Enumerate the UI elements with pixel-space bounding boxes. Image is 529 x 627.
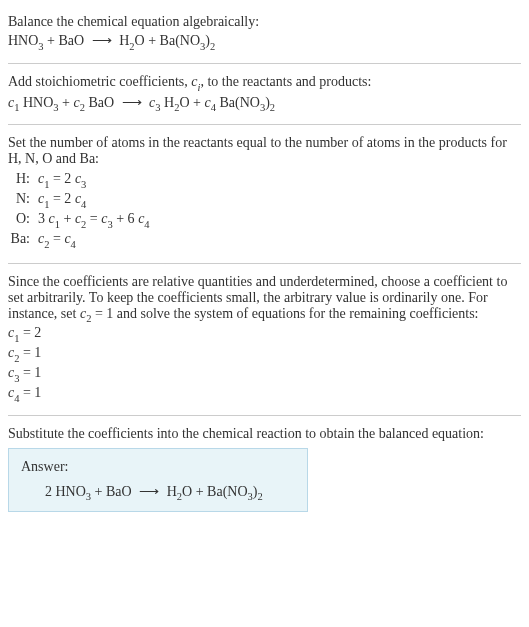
atom-row-n: N: c1 = 2 c4 bbox=[8, 191, 521, 209]
reactant-2: BaO bbox=[106, 484, 132, 499]
atom-eq: c1 = 2 c3 bbox=[38, 171, 86, 189]
arrow-icon: ⟶ bbox=[135, 484, 163, 499]
atom-equations: H: c1 = 2 c3 N: c1 = 2 c4 O: 3 c1 + c2 =… bbox=[8, 171, 521, 248]
balanced-equation: 2 HNO3 + BaO ⟶ H2O + Ba(NO3)2 bbox=[21, 483, 295, 502]
product-2: Ba(NO3)2 bbox=[160, 33, 216, 48]
atom-eq: c1 = 2 c4 bbox=[38, 191, 86, 209]
atom-row-o: O: 3 c1 + c2 = c3 + 6 c4 bbox=[8, 211, 521, 229]
unbalanced-equation: HNO3 + BaO ⟶ H2O + Ba(NO3)2 bbox=[8, 32, 521, 51]
atoms-section: Set the number of atoms in the reactants… bbox=[8, 129, 521, 258]
atom-row-ba: Ba: c2 = c4 bbox=[8, 231, 521, 249]
atom-label: N: bbox=[8, 191, 38, 209]
divider bbox=[8, 415, 521, 416]
atom-eq: 3 c1 + c2 = c3 + 6 c4 bbox=[38, 211, 150, 229]
coef-line: c3 = 1 bbox=[8, 365, 521, 383]
reactant-1: HNO3 bbox=[56, 484, 92, 499]
stoich-intro: Add stoichiometric coefficients, ci, to … bbox=[8, 74, 521, 92]
answer-label: Answer: bbox=[21, 459, 295, 475]
arrow-icon: ⟶ bbox=[118, 95, 146, 110]
stoich-section: Add stoichiometric coefficients, ci, to … bbox=[8, 68, 521, 121]
coef-line: c2 = 1 bbox=[8, 345, 521, 363]
term-hno3: HNO3 bbox=[23, 95, 59, 110]
product-2: Ba(NO3)2 bbox=[207, 484, 263, 499]
atom-label: O: bbox=[8, 211, 38, 229]
final-section: Substitute the coefficients into the che… bbox=[8, 420, 521, 519]
divider bbox=[8, 63, 521, 64]
final-intro: Substitute the coefficients into the che… bbox=[8, 426, 521, 442]
divider bbox=[8, 263, 521, 264]
coef-line: c1 = 2 bbox=[8, 325, 521, 343]
atom-label: Ba: bbox=[8, 231, 38, 249]
stoich-equation: c1 HNO3 + c2 BaO ⟶ c3 H2O + c4 Ba(NO3)2 bbox=[8, 94, 521, 113]
coef-line: c4 = 1 bbox=[8, 385, 521, 403]
reactant-2: BaO bbox=[59, 33, 85, 48]
divider bbox=[8, 124, 521, 125]
answer-box: Answer: 2 HNO3 + BaO ⟶ H2O + Ba(NO3)2 bbox=[8, 448, 308, 513]
product-1: H2O bbox=[167, 484, 193, 499]
reactant-1: HNO3 bbox=[8, 33, 44, 48]
solve-intro: Since the coefficients are relative quan… bbox=[8, 274, 521, 324]
atom-eq: c2 = c4 bbox=[38, 231, 76, 249]
atom-label: H: bbox=[8, 171, 38, 189]
atom-row-h: H: c1 = 2 c3 bbox=[8, 171, 521, 189]
term-h2o: H2O bbox=[164, 95, 190, 110]
term-bano32: Ba(NO3)2 bbox=[219, 95, 275, 110]
atoms-intro: Set the number of atoms in the reactants… bbox=[8, 135, 521, 167]
term-bao: BaO bbox=[88, 95, 114, 110]
intro-section: Balance the chemical equation algebraica… bbox=[8, 8, 521, 59]
intro-text: Balance the chemical equation algebraica… bbox=[8, 14, 521, 30]
arrow-icon: ⟶ bbox=[88, 33, 116, 48]
solve-section: Since the coefficients are relative quan… bbox=[8, 268, 521, 411]
product-1: H2O bbox=[119, 33, 145, 48]
